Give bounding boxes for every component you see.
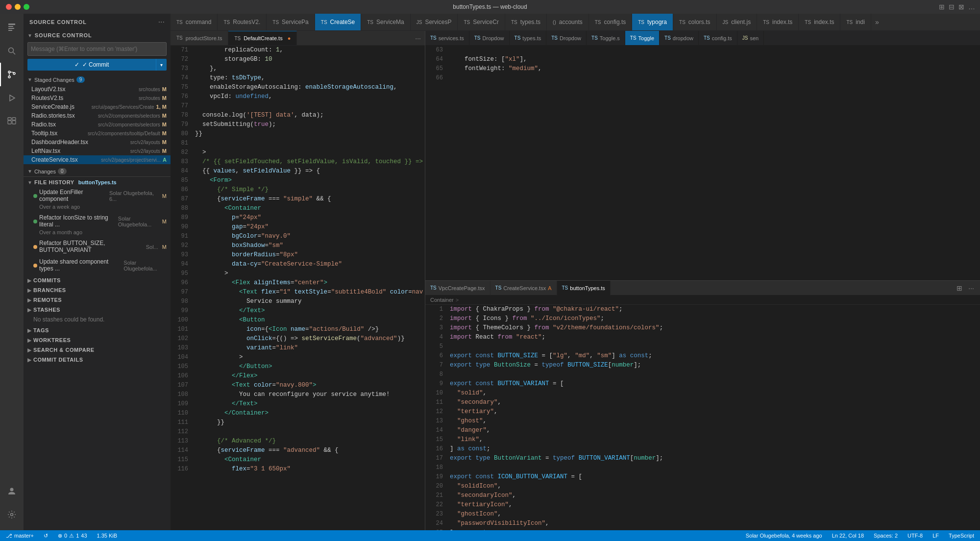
sec-tab-dropdow3[interactable]: TS dropdow	[660, 31, 699, 46]
branches-header[interactable]: ▶ BRANCHES	[24, 286, 171, 295]
tab-lang-servicema: TS	[367, 20, 373, 25]
tab-index2[interactable]: TS index.ts	[799, 14, 840, 31]
rpane-tab-vpc[interactable]: TS VpcCreatePage.tsx	[425, 281, 490, 295]
commit-message-input[interactable]	[27, 42, 167, 56]
history-item-2[interactable]: Refactor IconSize to string literal ... …	[24, 212, 171, 238]
warning-count: 1	[76, 533, 79, 539]
close-button[interactable]	[6, 4, 12, 10]
staged-file-leftnav[interactable]: LeftNav.tsx src/v2/layouts M	[24, 147, 171, 155]
status-language[interactable]: TypeScript	[947, 533, 976, 539]
tab-servicesp[interactable]: JS ServicesP	[411, 14, 458, 31]
left-tab-more-btn[interactable]: ···	[415, 34, 425, 42]
tab-typogra[interactable]: TS typogra	[632, 14, 673, 31]
tab-defaultcreate[interactable]: TS DefaultCreate.ts ●	[228, 31, 297, 46]
tags-header[interactable]: ▶ TAGS	[24, 326, 171, 335]
history-item-4[interactable]: Update shared component types ... Solar …	[24, 256, 171, 275]
right-top-code-editor: 63646566 fontSize: ["xl"], fontWeight: "…	[425, 46, 980, 280]
search-compare-header[interactable]: ▶ SEARCH & COMPARE	[24, 345, 171, 354]
left-code-content[interactable]: replicaCount: 1, storageGB: 10 }, type: …	[192, 46, 425, 530]
staged-file-layoutv2[interactable]: LayoutV2.tsx src/routes M	[24, 85, 171, 94]
status-spaces[interactable]: Spaces: 2	[872, 533, 900, 539]
status-sync[interactable]: ↺	[42, 533, 50, 539]
staged-file-servicecreate[interactable]: ServiceCreate.js src/ui/pages/Services/C…	[24, 102, 171, 111]
history-msg-1: Update EonFiller component	[39, 189, 107, 202]
commit-button[interactable]: ✓ ✓ Commit	[27, 59, 156, 71]
rpane-tab-createservice[interactable]: TS CreateService.tsx A	[490, 281, 557, 295]
activity-settings[interactable]	[0, 503, 24, 526]
tab-servicema[interactable]: TS ServiceMa	[361, 14, 410, 31]
maximize-button[interactable]	[24, 4, 29, 10]
staged-file-dashboardheader[interactable]: DashboardHeader.tsx src/v2/layouts M	[24, 138, 171, 147]
sec-tab-toggles[interactable]: TS Toggle.s	[587, 31, 625, 46]
layout-icon-1[interactable]: ⊞	[939, 3, 945, 11]
staged-file-routesv2[interactable]: RoutesV2.ts src/routes M	[24, 94, 171, 102]
tab-lang-productstore: TS	[176, 35, 183, 41]
tab-indi[interactable]: TS indi	[840, 14, 871, 31]
sec-tab-services[interactable]: TS services.ts	[425, 31, 469, 46]
layout-icon-3[interactable]: ⊠	[958, 3, 964, 11]
sec-tab-types2[interactable]: TS types.ts	[510, 31, 547, 46]
tab-servicepa[interactable]: TS ServicePa	[267, 14, 315, 31]
remotes-header[interactable]: ▶ REMOTES	[24, 295, 171, 304]
worktrees-header[interactable]: ▶ WORKTREES	[24, 336, 171, 344]
tab-colors[interactable]: TS colors.ts	[673, 14, 716, 31]
changes-header[interactable]: ▼ Changes 0	[24, 166, 171, 176]
tab-config[interactable]: TS config.ts	[589, 14, 632, 31]
activity-explorer[interactable]	[0, 16, 24, 39]
status-encoding[interactable]: UTF-8	[906, 533, 925, 539]
status-filesize[interactable]: 1.35 KiB	[95, 533, 120, 539]
staged-filename-servicecreate: ServiceCreate.js	[31, 103, 88, 110]
activity-search[interactable]	[0, 39, 24, 63]
sec-tab-toggle-active[interactable]: TS Toggle	[625, 31, 660, 46]
history-item-1[interactable]: Update EonFiller component Solar Olugebe…	[24, 187, 171, 212]
history-item-3[interactable]: Refactor BUTTON_SIZE, BUTTON_VARIANT Sol…	[24, 238, 171, 256]
staged-file-radiostories[interactable]: Radio.stories.tsx src/v2/components/sele…	[24, 111, 171, 120]
status-errors[interactable]: ⊗ 0 ⚠ 1 43	[56, 533, 89, 539]
rpane-tab-buttontypes[interactable]: TS buttonTypes.ts	[557, 281, 611, 295]
sec-tab-dropdow2[interactable]: TS Dropdow	[546, 31, 587, 46]
commits-header[interactable]: ▶ COMMITS	[24, 276, 171, 285]
staged-changes-header[interactable]: ▼ Staged Changes 9	[24, 74, 171, 85]
right-top-code-content[interactable]: fontSize: ["xl"], fontWeight: "medium",	[447, 46, 980, 280]
tab-command[interactable]: TS command	[171, 14, 218, 31]
ellipsis-icon[interactable]: …	[968, 3, 975, 11]
status-user[interactable]: Solar Olugebefola, 4 weeks ago	[744, 533, 824, 539]
staged-file-tooltip[interactable]: Tooltip.tsx src/v2/components/tooltip/De…	[24, 129, 171, 138]
staged-file-createservice[interactable]: CreateService.tsx src/v2/pages/project/s…	[24, 155, 171, 164]
tab-index1[interactable]: TS index.ts	[757, 14, 799, 31]
status-bar: ⎇ master+ ↺ ⊗ 0 ⚠ 1 43 1.35 KiB Solar Ol…	[0, 530, 980, 541]
activity-run-debug[interactable]	[0, 86, 24, 110]
tab-routesv2[interactable]: TS RoutesV2.	[218, 14, 267, 31]
activity-source-control[interactable]	[0, 63, 24, 86]
tab-productstore[interactable]: TS productStore.ts	[171, 31, 228, 46]
rpane-more-btn[interactable]: ···	[966, 283, 976, 293]
right-bottom-code-content[interactable]: import { ChakraProps } from "@chakra-ui/…	[447, 305, 980, 530]
sec-tab-sen[interactable]: JS sen	[737, 31, 764, 46]
sec-tab-dropdow1[interactable]: TS Dropdow	[469, 31, 510, 46]
rpane-tab-modified-cs: A	[548, 285, 551, 291]
file-history-header[interactable]: ▼ FILE HISTORY buttonTypes.ts	[24, 178, 171, 187]
staged-badge: 9	[76, 76, 85, 83]
activity-account[interactable]	[0, 479, 24, 503]
tab-overflow-btn[interactable]: »	[871, 18, 883, 26]
activity-extensions[interactable]	[0, 110, 24, 133]
minimize-button[interactable]	[15, 4, 21, 10]
tab-types[interactable]: TS types.ts	[505, 14, 547, 31]
layout-icon-2[interactable]: ⊟	[949, 3, 955, 11]
tab-servicecr[interactable]: TS ServiceCr	[458, 14, 505, 31]
commit-dropdown-button[interactable]: ▾	[156, 59, 167, 71]
status-line-ending[interactable]: LF	[931, 533, 941, 539]
tab-accounts[interactable]: () accounts	[547, 14, 589, 31]
tab-name-typogra: typogra	[647, 19, 667, 25]
rpane-split-btn[interactable]: ⊞	[955, 283, 964, 293]
source-control-section-header[interactable]: ▼ SOURCE CONTROL	[24, 30, 171, 40]
commit-details-header[interactable]: ▶ COMMIT DETAILS	[24, 355, 171, 364]
sec-tab-config2[interactable]: TS config.ts	[699, 31, 737, 46]
tab-createse[interactable]: TS CreateSe	[315, 14, 361, 31]
staged-file-radio[interactable]: Radio.tsx src/v2/components/selectors M	[24, 120, 171, 129]
sidebar-more-btn[interactable]: ···	[158, 18, 165, 26]
stashes-header[interactable]: ▶ STASHES	[24, 305, 171, 314]
status-branch[interactable]: ⎇ master+	[4, 533, 36, 539]
status-position[interactable]: Ln 22, Col 18	[830, 533, 866, 539]
tab-client[interactable]: JS client.js	[717, 14, 758, 31]
